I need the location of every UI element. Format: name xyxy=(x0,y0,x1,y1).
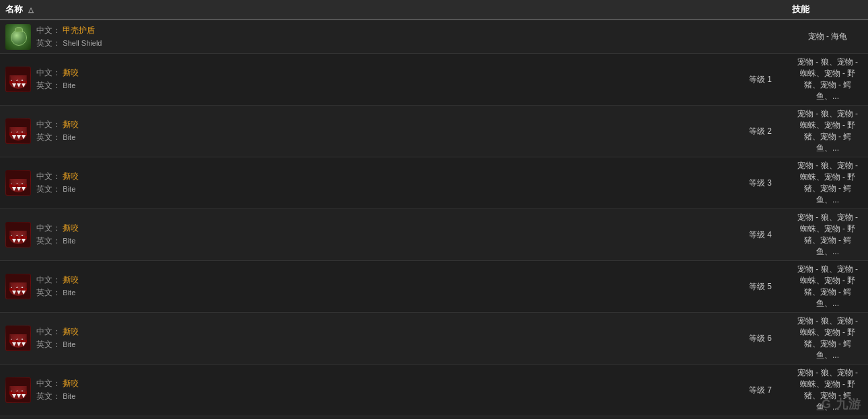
zh-value: 甲壳护盾 xyxy=(63,26,95,35)
table-row[interactable]: 中文： 撕咬 英文： Bite 等级 1 宠物 - 狼、宠物 - 蜘蛛、宠物 -… xyxy=(0,54,868,106)
table-header: 名称 △ 技能 xyxy=(0,0,868,20)
zh-prefix: 中文： xyxy=(36,172,61,181)
bite-icon xyxy=(5,326,31,351)
zh-prefix: 中文： xyxy=(36,68,61,77)
table-body: 中文： 甲壳护盾 英文： Shell Shield 宠物 - 海龟 xyxy=(0,20,868,419)
name-en: 英文： Bite xyxy=(36,184,79,195)
en-value: Shell Shield xyxy=(63,39,102,47)
en-prefix: 英文： xyxy=(36,81,61,90)
bite-icon xyxy=(5,118,31,144)
en-value: Bite xyxy=(63,289,75,297)
name-cell: 中文： 撕咬 英文： Bite xyxy=(0,219,733,250)
en-value: Bite xyxy=(63,340,75,348)
en-prefix: 英文： xyxy=(36,391,61,401)
table-row[interactable]: 中文： 撕咬 英文： Bite 等级 8 宠物 - 狼、宠物 - 蜘蛛、宠物 -… xyxy=(0,416,868,419)
table-row[interactable]: 中文： 撕咬 英文： Bite 等级 7 宠物 - 狼、宠物 - 蜘蛛、宠物 -… xyxy=(0,365,868,416)
zh-prefix: 中文： xyxy=(36,379,61,388)
name-en: 英文： Bite xyxy=(36,235,79,247)
zh-prefix: 中文： xyxy=(36,223,61,233)
name-en: 英文： Shell Shield xyxy=(36,38,102,49)
svg-rect-9 xyxy=(9,81,27,83)
skill-cell: 宠物 - 狼、宠物 - 蜘蛛、宠物 - 野猪、宠物 - 鳄鱼、... xyxy=(787,261,868,312)
name-cell: 中文： 撕咬 英文： Bite xyxy=(0,64,733,95)
en-prefix: 英文： xyxy=(36,184,61,194)
name-cell: 中文： 撕咬 英文： Bite xyxy=(0,375,733,406)
name-text: 中文： 撕咬 英文： Bite xyxy=(36,378,79,402)
zh-value: 撕咬 xyxy=(63,379,79,388)
header-name-label: 名称 xyxy=(5,4,23,14)
name-text: 中文： 撕咬 英文： Bite xyxy=(36,326,79,350)
name-en: 英文： Bite xyxy=(36,132,79,143)
zh-value: 撕咬 xyxy=(63,172,79,181)
svg-rect-59 xyxy=(9,340,27,342)
svg-rect-19 xyxy=(9,132,27,135)
skill-cell: 宠物 - 狼、宠物 - 蜘蛛、宠物 - 野猪、宠物 - 鳄鱼、... xyxy=(787,313,868,364)
main-table: 名称 △ 技能 中文： 甲壳护盾 英文： Shell Shield 宠物 - 海… xyxy=(0,0,868,419)
zh-prefix: 中文： xyxy=(36,120,61,129)
level-cell: 等级 2 xyxy=(733,126,787,137)
name-zh: 中文： 撕咬 xyxy=(36,274,79,286)
bite-icon xyxy=(5,274,31,299)
level-cell: 等级 1 xyxy=(733,74,787,85)
en-prefix: 英文： xyxy=(36,288,61,297)
table-row[interactable]: 中文： 撕咬 英文： Bite 等级 5 宠物 - 狼、宠物 - 蜘蛛、宠物 -… xyxy=(0,261,868,313)
bite-icon xyxy=(5,67,31,92)
name-en: 英文： Bite xyxy=(36,287,79,299)
name-en: 英文： Bite xyxy=(36,80,79,91)
zh-value: 撕咬 xyxy=(63,223,79,233)
skill-cell: 宠物 - 狼、宠物 - 蜘蛛、宠物 - 野猪、宠物 - 鳄鱼、... xyxy=(787,157,868,208)
svg-rect-49 xyxy=(9,288,27,291)
shell-shield-icon xyxy=(5,24,31,50)
watermark: G 九游 xyxy=(822,396,861,412)
sort-arrow-icon: △ xyxy=(28,6,34,13)
level-cell: 等级 7 xyxy=(733,385,787,396)
name-cell: 中文： 撕咬 英文： Bite xyxy=(0,271,733,302)
zh-value: 撕咬 xyxy=(63,275,79,284)
name-zh: 中文： 撕咬 xyxy=(36,67,79,79)
en-prefix: 英文： xyxy=(36,236,61,245)
name-cell: 中文： 撕咬 英文： Bite xyxy=(0,323,733,354)
name-zh: 中文： 撕咬 xyxy=(36,223,79,234)
name-text: 中文： 甲壳护盾 英文： Shell Shield xyxy=(36,25,102,49)
bite-icon xyxy=(5,170,31,196)
zh-value: 撕咬 xyxy=(63,327,79,336)
level-cell: 等级 6 xyxy=(733,333,787,344)
name-text: 中文： 撕咬 英文： Bite xyxy=(36,274,79,299)
header-name[interactable]: 名称 △ xyxy=(5,3,739,15)
table-row[interactable]: 中文： 甲壳护盾 英文： Shell Shield 宠物 - 海龟 xyxy=(0,20,868,54)
table-row[interactable]: 中文： 撕咬 英文： Bite 等级 3 宠物 - 狼、宠物 - 蜘蛛、宠物 -… xyxy=(0,157,868,209)
level-cell: 等级 3 xyxy=(733,178,787,189)
en-prefix: 英文： xyxy=(36,340,61,349)
skill-cell: 宠物 - 海龟 xyxy=(787,28,868,45)
table-row[interactable]: 中文： 撕咬 英文： Bite 等级 6 宠物 - 狼、宠物 - 蜘蛛、宠物 -… xyxy=(0,313,868,365)
zh-value: 撕咬 xyxy=(63,68,79,77)
name-en: 英文： Bite xyxy=(36,339,79,350)
name-zh: 中文： 撕咬 xyxy=(36,326,79,338)
skill-cell: 宠物 - 狼、宠物 - 蜘蛛、宠物 - 野猪、宠物 - 鳄鱼、... xyxy=(787,106,868,157)
svg-rect-69 xyxy=(9,391,27,394)
name-text: 中文： 撕咬 英文： Bite xyxy=(36,67,79,91)
skill-cell: 宠物 - 狼、宠物 - 蜘蛛、宠物 - 野猪、宠物 - 鳄鱼、... xyxy=(787,54,868,105)
en-value: Bite xyxy=(63,237,75,245)
name-zh: 中文： 撕咬 xyxy=(36,119,79,130)
svg-rect-39 xyxy=(9,236,27,239)
en-prefix: 英文： xyxy=(36,38,61,48)
name-cell: 中文： 撕咬 英文： Bite xyxy=(0,116,733,147)
level-cell: 等级 4 xyxy=(733,229,787,241)
table-row[interactable]: 中文： 撕咬 英文： Bite 等级 2 宠物 - 狼、宠物 - 蜘蛛、宠物 -… xyxy=(0,106,868,157)
table-row[interactable]: 中文： 撕咬 英文： Bite 等级 4 宠物 - 狼、宠物 - 蜘蛛、宠物 -… xyxy=(0,209,868,261)
bite-icon xyxy=(5,377,31,403)
en-prefix: 英文： xyxy=(36,132,61,142)
svg-rect-29 xyxy=(9,184,27,187)
zh-prefix: 中文： xyxy=(36,275,61,284)
zh-prefix: 中文： xyxy=(36,327,61,336)
en-value: Bite xyxy=(63,185,75,193)
en-value: Bite xyxy=(63,392,75,400)
name-zh: 中文： 撕咬 xyxy=(36,378,79,389)
zh-prefix: 中文： xyxy=(36,26,61,35)
name-en: 英文： Bite xyxy=(36,391,79,402)
zh-value: 撕咬 xyxy=(63,120,79,129)
name-text: 中文： 撕咬 英文： Bite xyxy=(36,223,79,247)
name-zh: 中文： 撕咬 xyxy=(36,171,79,182)
name-zh: 中文： 甲壳护盾 xyxy=(36,25,102,36)
